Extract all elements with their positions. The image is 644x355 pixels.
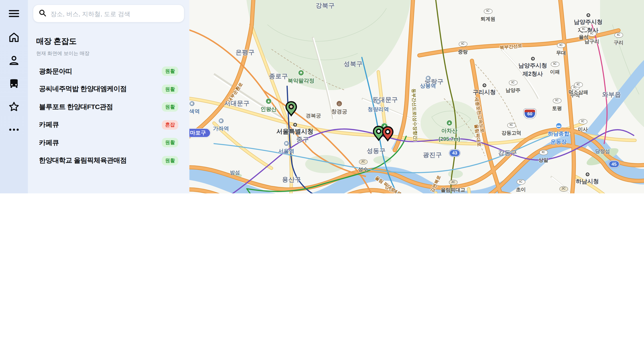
store-list: 광화문아띠 원활공씨네주먹밥 한양대엠케이점 원활블루포트 한양대FTC관점 원… — [28, 62, 189, 169]
status-badge: 원활 — [162, 156, 178, 165]
status-badge: 혼잡 — [162, 120, 178, 129]
status-badge: 원활 — [162, 102, 178, 112]
search-input[interactable] — [50, 9, 178, 17]
home-icon[interactable] — [7, 30, 21, 44]
page-title: 매장 혼잡도 — [36, 36, 77, 47]
more-icon[interactable] — [7, 123, 21, 137]
store-name: 공씨네주먹밥 한양대엠케이점 — [39, 85, 162, 94]
menu-icon[interactable] — [7, 6, 21, 20]
bus-icon[interactable] — [7, 77, 21, 90]
search-icon — [39, 9, 46, 18]
status-badge: 원활 — [162, 138, 178, 147]
star-icon[interactable] — [7, 100, 21, 114]
status-badge: 원활 — [162, 67, 178, 76]
store-name: 한양대학교 올림픽체육관매점 — [39, 156, 162, 165]
store-name: 블루포트 한양대FTC관점 — [39, 102, 162, 111]
left-rail: N — [0, 0, 28, 193]
pin-gwanghwamun[interactable] — [285, 101, 298, 118]
store-row[interactable]: 카페큐 혼잡 — [28, 116, 189, 134]
store-name: 카페큐 — [39, 138, 162, 147]
store-name: 광화문아띠 — [39, 67, 162, 76]
store-name: 카페큐 — [39, 120, 162, 129]
store-row[interactable]: 한양대학교 올림픽체육관매점 원활 — [28, 152, 189, 169]
store-row[interactable]: 카페큐 원활 — [28, 134, 189, 152]
store-row[interactable]: 공씨네주먹밥 한양대엠케이점 원활 — [28, 80, 189, 98]
app-window: N 매장 혼잡도 현재 화면에 보이는 매장 광화문아띠 원활공씨네주먹밥 한양… — [0, 0, 644, 193]
store-row[interactable]: 블루포트 한양대FTC관점 원활 — [28, 98, 189, 116]
sidebar: 매장 혼잡도 현재 화면에 보이는 매장 광화문아띠 원활공씨네주먹밥 한양대엠… — [28, 0, 189, 193]
user-icon[interactable] — [7, 53, 21, 67]
search-box[interactable] — [33, 5, 184, 22]
map-canvas[interactable]: 강북구은평구성북구종로구중랑구서대문구동대문구중구용산구영등포구동작구서초구관악… — [189, 0, 644, 193]
status-badge: 원활 — [162, 84, 178, 94]
pin-store-red[interactable] — [382, 126, 394, 143]
page-subtitle: 현재 화면에 보이는 매장 — [36, 50, 90, 57]
map-base-tiles — [189, 0, 644, 193]
store-row[interactable]: 광화문아띠 원활 — [28, 62, 189, 80]
